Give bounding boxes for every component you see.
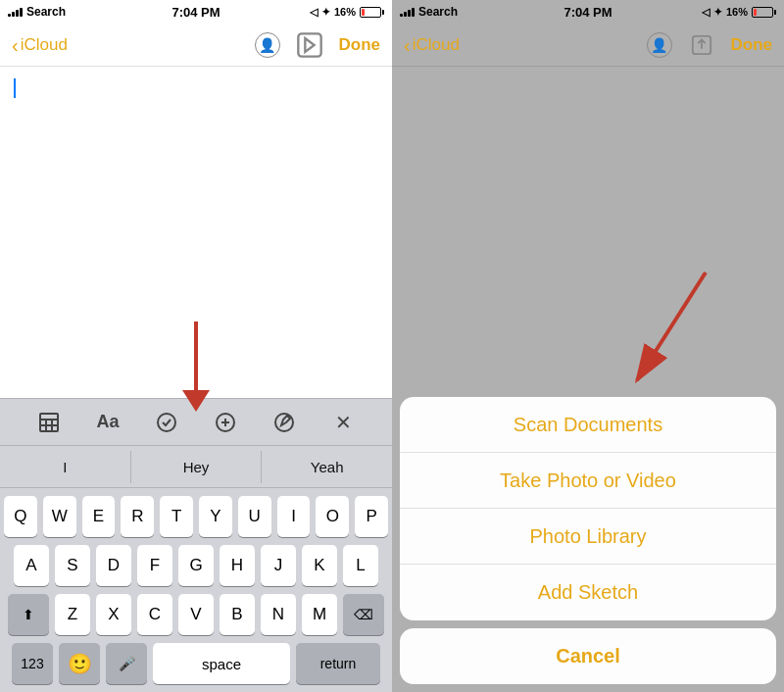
- right-battery-label: 16%: [726, 6, 748, 18]
- key-v[interactable]: V: [178, 594, 214, 635]
- status-left: Search: [8, 5, 66, 19]
- key-z[interactable]: Z: [55, 594, 90, 635]
- key-m[interactable]: M: [302, 594, 337, 635]
- svg-point-6: [158, 414, 175, 431]
- key-h[interactable]: H: [220, 545, 255, 586]
- right-signal-icon: [400, 7, 415, 17]
- svg-rect-0: [298, 33, 320, 56]
- right-status-bar: Search 7:04 PM ◁ ✦ 16%: [392, 0, 784, 24]
- key-f[interactable]: F: [137, 545, 172, 586]
- time-label: 7:04 PM: [172, 5, 220, 20]
- key-shift[interactable]: ⬆: [8, 594, 49, 635]
- key-r[interactable]: R: [121, 496, 154, 537]
- key-x[interactable]: X: [96, 594, 131, 635]
- right-back-button[interactable]: ‹ iCloud: [404, 35, 460, 55]
- key-e[interactable]: E: [82, 496, 116, 537]
- done-button[interactable]: Done: [339, 35, 381, 55]
- right-status-right: ◁ ✦ 16%: [702, 6, 776, 19]
- location-icon: ◁: [310, 6, 318, 19]
- back-label: iCloud: [21, 35, 68, 55]
- close-icon[interactable]: ✕: [325, 405, 361, 440]
- check-icon[interactable]: [149, 405, 184, 440]
- pred-word-2[interactable]: Hey: [131, 451, 263, 483]
- action-sheet-container: Scan Documents Take Photo or Video Photo…: [392, 397, 784, 692]
- keyboard-row-4: 123 🙂 🎤 space return: [4, 643, 388, 684]
- key-space[interactable]: space: [153, 643, 290, 684]
- right-time-label: 7:04 PM: [564, 5, 612, 20]
- key-k[interactable]: K: [302, 545, 337, 586]
- svg-line-13: [637, 272, 706, 380]
- key-numbers[interactable]: 123: [12, 643, 53, 684]
- key-d[interactable]: D: [96, 545, 131, 586]
- key-backspace[interactable]: ⌫: [343, 594, 384, 635]
- key-c[interactable]: C: [137, 594, 172, 635]
- text-cursor: [14, 78, 16, 98]
- key-o[interactable]: O: [316, 496, 349, 537]
- right-nav-right: 👤 Done: [647, 31, 773, 59]
- right-done-button[interactable]: Done: [731, 35, 773, 55]
- carrier-label: Search: [26, 5, 66, 19]
- key-q[interactable]: Q: [4, 496, 37, 537]
- contacts-icon[interactable]: 👤: [255, 32, 280, 58]
- key-g[interactable]: G: [178, 545, 214, 586]
- svg-point-10: [275, 414, 293, 431]
- status-right: ◁ ✦ 16%: [310, 6, 384, 19]
- key-l[interactable]: L: [343, 545, 378, 586]
- key-i[interactable]: I: [277, 496, 311, 537]
- action-sheet: Scan Documents Take Photo or Video Photo…: [400, 397, 776, 620]
- nav-right-buttons: 👤 Done: [255, 31, 381, 59]
- annotation-arrow-down: [182, 321, 210, 412]
- keyboard-row-1: Q W E R T Y U I O P: [4, 496, 388, 537]
- right-back-label: iCloud: [413, 35, 460, 55]
- right-chevron-icon: ‹: [404, 35, 411, 55]
- left-nav-bar: ‹ iCloud 👤 Done: [0, 24, 392, 67]
- share-icon[interactable]: [296, 31, 323, 59]
- key-emoji[interactable]: 🙂: [59, 643, 100, 684]
- bt-icon: ✦: [321, 6, 330, 19]
- key-y[interactable]: Y: [199, 496, 232, 537]
- table-icon[interactable]: [31, 405, 67, 440]
- svg-rect-1: [40, 414, 58, 431]
- text-format-icon[interactable]: Aa: [90, 405, 125, 440]
- right-status-left: Search: [400, 5, 458, 19]
- signal-icon: [8, 7, 23, 17]
- pen-circle-icon[interactable]: [267, 405, 302, 440]
- key-mic[interactable]: 🎤: [106, 643, 147, 684]
- key-u[interactable]: U: [238, 496, 271, 537]
- action-take-photo[interactable]: Take Photo or Video: [400, 453, 776, 509]
- plus-circle-icon[interactable]: [208, 405, 243, 440]
- keyboard: Q W E R T Y U I O P A S D F G H J K L ⬆ …: [0, 488, 392, 692]
- key-p[interactable]: P: [355, 496, 388, 537]
- battery-label: 16%: [334, 6, 356, 18]
- key-return[interactable]: return: [296, 643, 380, 684]
- keyboard-row-3: ⬆ Z X C V B N M ⌫: [4, 594, 388, 635]
- predictive-bar: I Hey Yeah: [0, 445, 392, 488]
- right-panel: Search 7:04 PM ◁ ✦ 16% ‹ iCloud 👤: [392, 0, 784, 692]
- key-t[interactable]: T: [160, 496, 193, 537]
- pred-word-1[interactable]: I: [0, 451, 131, 483]
- key-j[interactable]: J: [261, 545, 296, 586]
- key-w[interactable]: W: [43, 496, 76, 537]
- right-carrier-label: Search: [418, 5, 458, 19]
- action-scan-documents[interactable]: Scan Documents: [400, 397, 776, 453]
- left-panel: Search 7:04 PM ◁ ✦ 16% ‹ iCloud 👤: [0, 0, 392, 692]
- action-photo-library[interactable]: Photo Library: [400, 509, 776, 565]
- key-b[interactable]: B: [220, 594, 255, 635]
- right-bt-icon: ✦: [713, 6, 722, 19]
- keyboard-row-2: A S D F G H J K L: [4, 545, 388, 586]
- action-cancel-button[interactable]: Cancel: [400, 628, 776, 684]
- key-n[interactable]: N: [261, 594, 296, 635]
- right-battery-icon: [752, 7, 776, 18]
- note-content-area[interactable]: [0, 67, 392, 398]
- key-a[interactable]: A: [14, 545, 49, 586]
- left-status-bar: Search 7:04 PM ◁ ✦ 16%: [0, 0, 392, 24]
- pred-word-3[interactable]: Yeah: [262, 451, 392, 483]
- chevron-left-icon: ‹: [12, 35, 19, 55]
- key-s[interactable]: S: [55, 545, 90, 586]
- right-contacts-icon[interactable]: 👤: [647, 32, 672, 58]
- right-location-icon: ◁: [702, 6, 710, 19]
- battery-icon: [360, 7, 384, 18]
- action-add-sketch[interactable]: Add Sketch: [400, 565, 776, 620]
- back-button[interactable]: ‹ iCloud: [12, 35, 68, 55]
- right-share-icon[interactable]: [688, 31, 715, 59]
